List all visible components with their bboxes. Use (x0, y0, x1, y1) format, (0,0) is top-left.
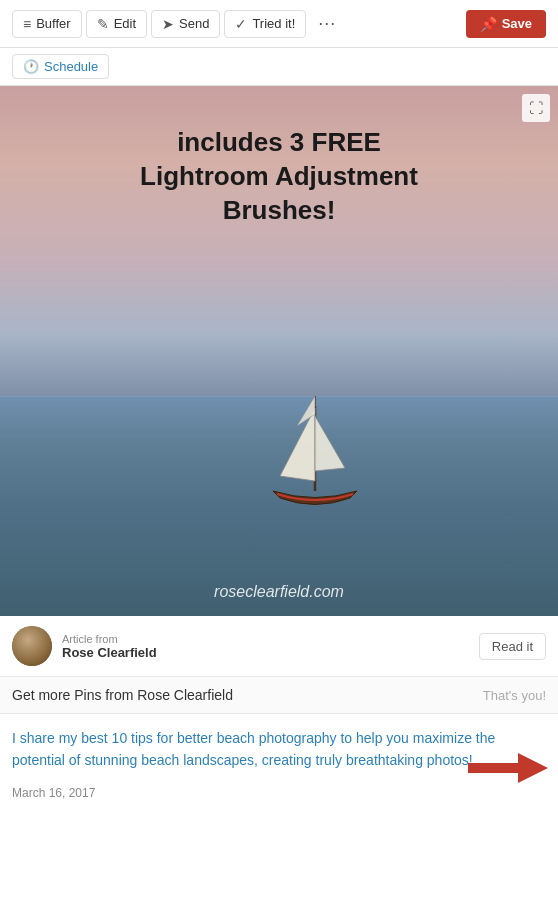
edit-label: Edit (114, 16, 136, 31)
buffer-label: Buffer (36, 16, 70, 31)
avatar (12, 626, 52, 666)
article-author: Rose Clearfield (62, 645, 157, 660)
get-more-text: Get more Pins from Rose Clearfield (12, 687, 233, 703)
date-text: March 16, 2017 (12, 786, 95, 800)
schedule-icon: 🕐 (23, 59, 39, 74)
read-it-button[interactable]: Read it (479, 633, 546, 660)
tried-it-button[interactable]: ✓ Tried it! (224, 10, 306, 38)
overlay-line3: Brushes! (140, 194, 418, 228)
description-text: I share my best 10 tips for better beach… (12, 728, 546, 771)
send-icon: ➤ (162, 16, 174, 32)
checkmark-icon: ✓ (235, 16, 247, 32)
overlay-line2: Lightroom Adjustment (140, 160, 418, 194)
svg-marker-2 (280, 408, 315, 481)
ship-illustration (255, 386, 375, 526)
article-text: Article from Rose Clearfield (62, 633, 157, 660)
toolbar: ≡ Buffer ✎ Edit ➤ Send ✓ Tried it! ··· 📌… (0, 0, 558, 48)
article-left: Article from Rose Clearfield (12, 626, 157, 666)
svg-marker-3 (315, 416, 345, 471)
tried-label: Tried it! (252, 16, 295, 31)
send-label: Send (179, 16, 209, 31)
schedule-button[interactable]: 🕐 Schedule (12, 54, 109, 79)
more-button[interactable]: ··· (310, 8, 344, 39)
thats-you-text: That's you! (483, 688, 546, 703)
article-from-label: Article from (62, 633, 157, 645)
arrow-indicator (468, 753, 548, 787)
edit-button[interactable]: ✎ Edit (86, 10, 147, 38)
schedule-label: Schedule (44, 59, 98, 74)
image-text-overlay: includes 3 FREE Lightroom Adjustment Bru… (140, 126, 418, 227)
toolbar-left: ≡ Buffer ✎ Edit ➤ Send ✓ Tried it! ··· (12, 8, 344, 39)
get-more-row: Get more Pins from Rose Clearfield That'… (0, 677, 558, 714)
article-row: Article from Rose Clearfield Read it (0, 616, 558, 677)
schedule-row: 🕐 Schedule (0, 48, 558, 86)
main-image: includes 3 FREE Lightroom Adjustment Bru… (0, 86, 558, 616)
avatar-image (12, 626, 52, 666)
watermark: roseclearfield.com (214, 583, 344, 601)
buffer-icon: ≡ (23, 16, 31, 32)
read-it-label: Read it (492, 639, 533, 654)
pin-icon: 📌 (480, 16, 497, 32)
description-area: I share my best 10 tips for better beach… (0, 714, 558, 777)
svg-marker-5 (468, 753, 548, 783)
buffer-button[interactable]: ≡ Buffer (12, 10, 82, 38)
edit-icon: ✎ (97, 16, 109, 32)
overlay-line1: includes 3 FREE (140, 126, 418, 160)
save-label: Save (502, 16, 532, 31)
expand-image-button[interactable]: ⛶ (522, 94, 550, 122)
save-button[interactable]: 📌 Save (466, 10, 546, 38)
send-button[interactable]: ➤ Send (151, 10, 220, 38)
expand-icon: ⛶ (529, 100, 543, 116)
